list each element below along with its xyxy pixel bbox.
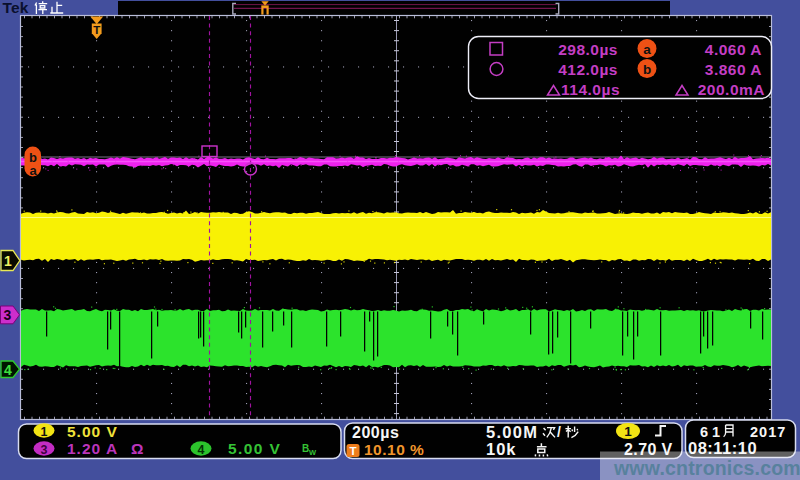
svg-text:2017: 2017 (750, 424, 786, 440)
svg-text:10.10 %: 10.10 % (364, 441, 424, 458)
svg-text:5.00M: 5.00M (486, 423, 538, 441)
svg-text:5.00 V: 5.00 V (228, 440, 281, 457)
svg-text:T: T (93, 24, 100, 36)
svg-text:1: 1 (624, 424, 632, 439)
svg-text:298.0µs: 298.0µs (558, 41, 618, 58)
svg-text:114.0µs: 114.0µs (561, 81, 620, 98)
svg-text:W: W (309, 448, 317, 457)
svg-text:T: T (349, 445, 356, 457)
svg-text:4.060 A: 4.060 A (705, 41, 762, 58)
svg-text:4: 4 (198, 443, 205, 457)
svg-text:3: 3 (41, 443, 48, 457)
svg-text:/: / (557, 424, 561, 440)
svg-text:6 1: 6 1 (700, 424, 720, 440)
svg-text:1: 1 (41, 425, 48, 439)
svg-text:Ω: Ω (131, 440, 143, 457)
svg-text:a: a (643, 42, 651, 57)
svg-text:Tek: Tek (3, 0, 29, 16)
svg-text:3: 3 (4, 307, 12, 323)
svg-text:a: a (29, 163, 37, 178)
svg-text:4: 4 (4, 362, 12, 378)
svg-text:412.0µs: 412.0µs (558, 61, 618, 78)
svg-text:5.00 V: 5.00 V (67, 423, 118, 440)
svg-text:1.20 A: 1.20 A (67, 440, 118, 457)
svg-text:1: 1 (4, 253, 12, 269)
svg-text:3.860 A: 3.860 A (705, 61, 762, 78)
svg-text:10k: 10k (486, 440, 517, 458)
svg-text:www.cntronics.com: www.cntronics.com (613, 457, 800, 479)
svg-text:b: b (643, 62, 651, 77)
svg-text:200.0mA: 200.0mA (698, 81, 765, 98)
svg-text:200µs: 200µs (352, 424, 399, 441)
